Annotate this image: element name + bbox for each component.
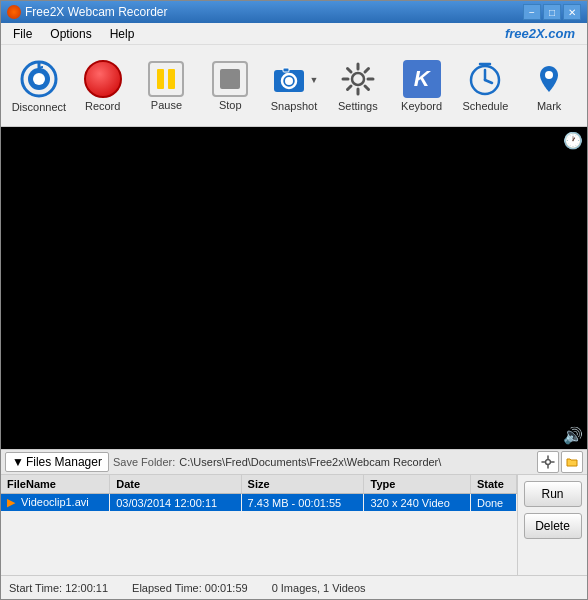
pause-bar-2 [168,69,175,89]
media-count-label: 0 Images, 1 Videos [272,582,366,594]
files-table: FileName Date Size Type State ▶ Videocli… [1,475,517,511]
file-icon: ▶ [7,496,15,508]
stop-icon [212,61,248,97]
close-button[interactable]: ✕ [563,4,581,20]
settings-icon [339,60,377,98]
files-section: ▼ Files Manager Save Folder: C:\Users\Fr… [1,449,587,575]
files-manager-bar: ▼ Files Manager Save Folder: C:\Users\Fr… [1,449,587,475]
save-folder-label: Save Folder: [113,456,175,468]
svg-point-22 [546,460,551,465]
menu-options[interactable]: Options [42,25,99,43]
window-title: Free2X Webcam Recorder [25,5,168,19]
status-bar: Start Time: 12:00:11 Elapsed Time: 00:01… [1,575,587,599]
toolbar: Disconnect Record Pause Stop [1,45,587,127]
files-manager-arrow: ▼ [12,455,24,469]
app-icon [7,5,21,19]
record-button[interactable]: Record [73,50,133,122]
svg-line-19 [485,80,492,83]
maximize-button[interactable]: □ [543,4,561,20]
mark-label: Mark [537,100,561,112]
svg-line-15 [365,68,369,72]
menu-help[interactable]: Help [102,25,143,43]
files-manager-label: Files Manager [26,455,102,469]
files-folder-button[interactable] [561,451,583,473]
brand-text: free2X.com [505,26,583,41]
schedule-label: Schedule [462,100,508,112]
start-time-label: Start Time: 12:00:11 [9,582,108,594]
schedule-button[interactable]: Schedule [455,50,515,122]
record-icon [84,60,122,98]
menu-file[interactable]: File [5,25,40,43]
mark-icon [530,60,568,98]
svg-line-14 [365,86,369,90]
keybord-icon: K [403,60,441,98]
snapshot-dropdown-arrow[interactable]: ▼ [310,75,319,85]
svg-rect-7 [283,68,289,72]
col-header-size: Size [241,475,364,494]
stop-label: Stop [219,99,242,111]
svg-point-6 [285,77,293,85]
file-name-cell: ▶ Videoclip1.avi [1,494,110,512]
snapshot-button[interactable]: ▼ Snapshot [264,50,324,122]
title-bar: Free2X Webcam Recorder − □ ✕ [1,1,587,23]
keybord-label: Keybord [401,100,442,112]
save-folder-path: C:\Users\Fred\Documents\Free2x\Webcam Re… [179,456,441,468]
pause-icon [148,61,184,97]
svg-point-8 [352,73,364,85]
svg-line-16 [347,86,351,90]
pause-label: Pause [151,99,182,111]
files-manager-icons [537,451,583,473]
settings-button[interactable]: Settings [328,50,388,122]
delete-button[interactable]: Delete [524,513,582,539]
files-settings-button[interactable] [537,451,559,473]
svg-line-13 [347,68,351,72]
menu-bar: File Options Help free2X.com [1,23,587,45]
svg-point-21 [545,71,553,79]
col-header-state: State [470,475,516,494]
col-header-filename: FileName [1,475,110,494]
pause-bar-1 [157,69,164,89]
files-manager-dropdown[interactable]: ▼ Files Manager [5,452,109,472]
table-row[interactable]: ▶ Videoclip1.avi 03/03/2014 12:00:11 7.4… [1,494,517,512]
pause-button[interactable]: Pause [137,50,197,122]
file-state-cell: Done [470,494,516,512]
disconnect-label: Disconnect [12,101,66,113]
title-controls: − □ ✕ [523,4,581,20]
file-type-cell: 320 x 240 Video [364,494,470,512]
file-date-cell: 03/03/2014 12:00:11 [110,494,241,512]
col-header-type: Type [364,475,470,494]
speaker-overlay-icon: 🔊 [563,426,583,445]
col-header-date: Date [110,475,241,494]
elapsed-time-label: Elapsed Time: 00:01:59 [132,582,248,594]
svg-point-2 [33,73,45,85]
menu-items: File Options Help [5,25,142,43]
snapshot-icon [270,60,308,98]
clock-overlay-icon: 🕐 [563,131,583,150]
title-bar-left: Free2X Webcam Recorder [7,5,168,19]
video-area: 🕐 🔊 [1,127,587,449]
files-table-area: FileName Date Size Type State ▶ Videocli… [1,475,517,575]
record-label: Record [85,100,120,112]
files-side-actions: Run Delete [517,475,587,575]
stop-button[interactable]: Stop [200,50,260,122]
run-button[interactable]: Run [524,481,582,507]
keybord-button[interactable]: K Keybord [392,50,452,122]
file-size-cell: 7.43 MB - 00:01:55 [241,494,364,512]
snapshot-label: Snapshot [271,100,317,112]
disconnect-button[interactable]: Disconnect [9,50,69,122]
minimize-button[interactable]: − [523,4,541,20]
main-window: Free2X Webcam Recorder − □ ✕ File Option… [0,0,588,600]
stop-inner [220,69,240,89]
files-content-row: FileName Date Size Type State ▶ Videocli… [1,475,587,575]
settings-label: Settings [338,100,378,112]
disconnect-icon [19,59,59,99]
mark-button[interactable]: Mark [519,50,579,122]
schedule-icon [466,60,504,98]
